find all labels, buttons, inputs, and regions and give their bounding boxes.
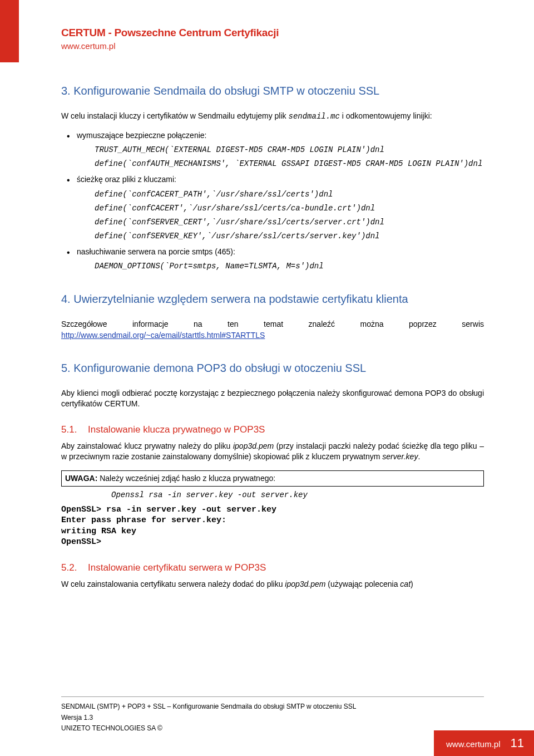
- command-line: Openssl rsa -in server.key -out server.k…: [61, 490, 484, 501]
- section-3-heading: 3. Konfigurowanie Sendmaila do obsługi S…: [61, 83, 484, 99]
- bullet-item: ścieżkę oraz pliki z kluczami: define(`c…: [77, 174, 484, 242]
- terminal-output: OpenSSL> rsa -in server.key -out server.…: [61, 504, 484, 548]
- section-5-intro: Aby klienci mogli odbierać pocztę korzys…: [61, 388, 484, 410]
- subsection-title: Instalowanie certyfikatu serwera w POP3S: [88, 562, 266, 573]
- warning-label: UWAGA:: [65, 474, 97, 483]
- bullet-label: wymuszające bezpieczne połączenie:: [77, 130, 484, 141]
- code-line: define(`confSERVER_KEY',`/usr/share/ssl/…: [77, 230, 484, 242]
- footer-divider: [61, 696, 484, 697]
- section-3-intro: W celu instalacji kluczy i certyfikatów …: [61, 111, 484, 122]
- text: W celu zainstalowania certyfikatu serwer…: [61, 580, 285, 588]
- footer-line-1: SENDMAIL (SMTP) + POP3 + SSL – Konfiguro…: [61, 701, 484, 712]
- text: Aby zainstalować klucz prywatny należy d…: [61, 441, 233, 450]
- code-line: define(`confAUTH_MECHANISMS', `EXTERNAL …: [77, 158, 484, 170]
- code-line: define(`confCACERT_PATH',`/usr/share/ssl…: [77, 189, 484, 200]
- subsection-5-2-text: W celu zainstalowania certyfikatu serwer…: [61, 579, 484, 590]
- text: .: [418, 452, 420, 461]
- subsection-5-1-text: Aby zainstalować klucz prywatny należy d…: [61, 441, 484, 463]
- code-line: define(`confSERVER_CERT',`/usr/share/ssl…: [77, 217, 484, 228]
- brand-title: CERTUM - Powszechne Centrum Certyfikacji: [61, 27, 534, 39]
- code-line: define(`confCACERT',`/usr/share/ssl/cert…: [77, 203, 484, 214]
- bullet-item: nasłuchiwanie serwera na porcie smtps (4…: [77, 247, 484, 273]
- page-header: CERTUM - Powszechne Centrum Certyfikacji…: [0, 0, 534, 51]
- page-footer: SENDMAIL (SMTP) + POP3 + SSL – Konfiguro…: [0, 686, 534, 734]
- filename: ipop3d.pem: [285, 580, 325, 588]
- bullet-item: wymuszające bezpieczne połączenie: TRUST…: [77, 130, 484, 170]
- page-number-tab: www.certum.pl 11: [434, 730, 534, 756]
- footer-line-2: Wersja 1.3: [61, 713, 484, 723]
- header-red-strip: [0, 0, 19, 62]
- bullet-label: nasłuchiwanie serwera na porcie smtps (4…: [77, 247, 484, 258]
- text: i odkomentowujemy linijki:: [340, 111, 432, 120]
- subsection-title: Instalowanie klucza prywatnego w POP3S: [88, 424, 265, 435]
- text: Szczegółowe informacje na ten temat znal…: [61, 319, 484, 330]
- filename: ipop3d.pem: [233, 441, 274, 450]
- footer-line-3: UNIZETO TECHNOLOGIES SA ©: [61, 723, 484, 734]
- brand-url: www.certum.pl: [61, 41, 534, 51]
- bullet-label: ścieżkę oraz pliki z kluczami:: [77, 174, 484, 185]
- subsection-5-1-heading: 5.1.Instalowanie klucza prywatnego w POP…: [61, 423, 484, 436]
- subsection-number: 5.1.: [61, 423, 88, 436]
- section-5-heading: 5. Konfigurowanie demona POP3 do obsługi…: [61, 360, 484, 376]
- starttls-link[interactable]: http://www.sendmail.org/~ca/email/startt…: [61, 331, 265, 340]
- section-4-text: Szczegółowe informacje na ten temat znal…: [61, 319, 484, 341]
- code-line: TRUST_AUTH_MECH(`EXTERNAL DIGEST-MD5 CRA…: [77, 144, 484, 156]
- subsection-5-2-heading: 5.2.Instalowanie certyfikatu serwera w P…: [61, 561, 484, 575]
- subsection-number: 5.2.: [61, 561, 88, 575]
- text: ): [411, 580, 413, 588]
- section-3-bullets: wymuszające bezpieczne połączenie: TRUST…: [61, 130, 484, 273]
- warning-text: Należy wcześniej zdjąć hasło z klucza pr…: [97, 474, 275, 483]
- text: (używając polecenia: [325, 580, 400, 588]
- footer-url: www.certum.pl: [446, 739, 501, 749]
- warning-box: UWAGA: Należy wcześniej zdjąć hasło z kl…: [61, 470, 484, 487]
- filename: sendmail.mc: [288, 112, 339, 121]
- document-body: 3. Konfigurowanie Sendmaila do obsługi S…: [0, 51, 534, 590]
- code-line: DAEMON_OPTIONS(`Port=smtps, Name=TLSMTA,…: [77, 261, 484, 272]
- page-number: 11: [511, 736, 524, 750]
- text: W celu instalacji kluczy i certyfikatów …: [61, 111, 288, 120]
- command-name: cat: [400, 580, 411, 588]
- section-4-heading: 4. Uwierzytelnianie względem serwera na …: [61, 291, 484, 307]
- filename: server.key: [382, 452, 418, 461]
